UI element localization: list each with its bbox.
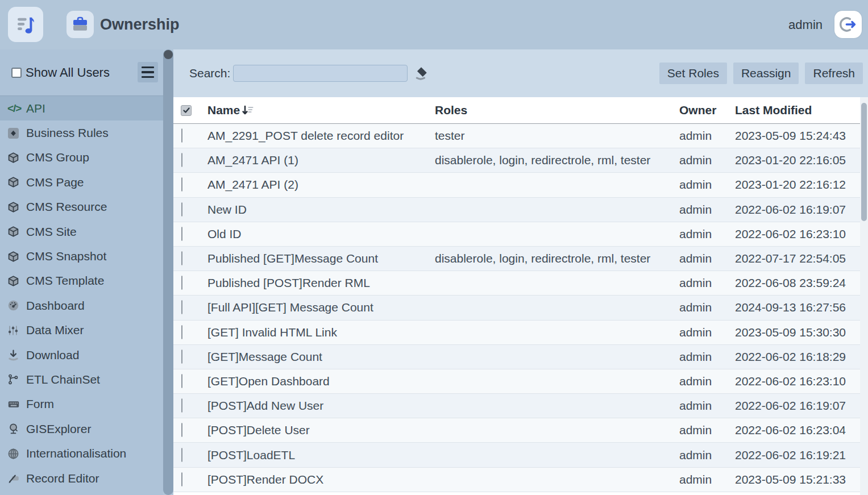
cell-owner: admin [671,399,733,413]
table-scrollbar-thumb[interactable] [861,103,867,221]
sidebar-item-label: GISExplorer [26,422,91,436]
reassign-button[interactable]: Reassign [733,63,799,84]
table-row[interactable]: [GET]Open Dashboardadmin2022-06-02 16:23… [173,369,860,394]
globe-icon [7,448,22,460]
clear-search-icon[interactable] [414,66,429,81]
row-checkbox[interactable] [181,350,182,364]
logout-button[interactable] [834,11,862,38]
cell-last-modified: 2022-06-02 16:19:07 [733,399,860,413]
row-checkbox[interactable] [181,325,182,339]
cell-name: [Full API][GET] Message Count [199,301,426,314]
row-checkbox[interactable] [181,423,182,437]
cell-owner: admin [671,423,733,437]
cell-last-modified: 2022-06-02 16:23:04 [733,423,860,437]
sidebar-item-cms-template[interactable]: CMS Template [0,269,163,293]
cell-roles: disablerole, login, redirectrole, rml, t… [426,153,671,167]
logged-in-user: admin [788,0,823,49]
table-row[interactable]: Published [POST]Render RMLadmin2022-06-0… [173,271,860,296]
page-title: Ownership [100,0,180,49]
table-scrollbar-track[interactable] [860,97,868,495]
sidebar-menu-button[interactable] [138,62,158,82]
briefcase-icon [71,15,89,34]
show-all-users-label: Show All Users [26,65,110,80]
module-briefcase-button[interactable] [67,11,94,38]
splitter-knob[interactable] [164,50,173,59]
cell-name: [GET] Invalid HTML Link [199,326,426,339]
cube-icon [7,176,22,188]
row-checkbox[interactable] [181,202,182,217]
sidebar-item-cms-snapshot[interactable]: CMS Snapshot [0,244,163,268]
cell-last-modified: 2023-05-09 15:24:43 [733,129,860,143]
sidebar-item-cms-resource[interactable]: CMS Resource [0,195,163,219]
table-row[interactable]: [Full API][GET] Message Countadmin2024-0… [173,296,860,320]
refresh-button[interactable]: Refresh [805,63,863,84]
cell-name: Published [GET]Message Count [199,252,426,265]
code-icon: </> [7,102,22,115]
column-header-name[interactable]: Name [199,103,426,117]
cell-roles: disablerole, login, redirectrole, rml, t… [426,252,671,265]
table-row[interactable]: Published [GET]Message Countdisablerole,… [173,247,860,271]
app-logo[interactable] [8,7,43,42]
cell-name: AM_2291_POST delete record editor [199,129,426,143]
select-all-checkbox[interactable] [181,105,192,116]
row-checkbox[interactable] [181,448,182,462]
sidebar-item-dashboard[interactable]: Dashboard [0,293,163,318]
sidebar-item-business-rules[interactable]: Business Rules [0,120,163,145]
row-checkbox[interactable] [181,300,182,314]
sidebar-item-cms-group[interactable]: CMS Group [0,145,163,170]
table-row[interactable]: Old IDadmin2022-06-02 16:23:10 [173,222,860,247]
row-checkbox[interactable] [181,374,182,388]
column-header-owner[interactable]: Owner [671,103,733,117]
sort-descending-icon [241,105,255,117]
table-row[interactable]: [POST]Add New Useradmin2022-06-02 16:19:… [173,394,860,418]
sidebar-item-download[interactable]: Download [0,343,163,367]
sidebar-item-data-mixer[interactable]: Data Mixer [0,318,163,343]
sidebar-item-label: CMS Snapshot [26,249,106,263]
sidebar-item-label: Business Rules [26,126,109,140]
table-row[interactable]: [GET]Message Countadmin2022-06-02 16:18:… [173,345,860,369]
show-all-users-checkbox[interactable] [11,68,22,78]
sidebar-item-form[interactable]: Form [0,392,163,417]
row-checkbox[interactable] [181,177,182,192]
row-checkbox[interactable] [181,276,182,290]
sidebar-item-label: Data Mixer [26,323,84,337]
column-header-roles[interactable]: Roles [426,103,671,117]
column-header-last-modified[interactable]: Last Modified [733,103,860,117]
search-label: Search: [189,49,230,97]
cell-name: AM_2471 API (1) [199,153,426,167]
cell-last-modified: 2022-06-02 16:23:10 [733,227,860,241]
sidebar-item-gisexplorer[interactable]: GISExplorer [0,417,163,441]
table-row[interactable]: [POST]Render DOCXadmin2023-05-09 15:21:3… [173,468,860,492]
row-checkbox[interactable] [181,153,182,167]
sidebar-item-label: ETL ChainSet [26,373,100,386]
sidebar-item-cms-page[interactable]: CMS Page [0,170,163,194]
table-row[interactable]: [POST]Delete Useradmin2022-06-02 16:23:0… [173,418,860,443]
table-row[interactable]: AM_2471 API (1)disablerole, login, redir… [173,148,860,173]
sidebar-item-label: CMS Resource [26,200,107,214]
set-roles-button[interactable]: Set Roles [659,63,727,84]
sidebar-item-api[interactable]: </>API [0,96,163,120]
row-checkbox[interactable] [181,251,182,265]
sidebar-item-internationalisation[interactable]: Internationalisation [0,441,163,465]
sidebar-item-record-editor[interactable]: Record Editor [0,466,163,490]
row-checkbox[interactable] [181,128,182,143]
cell-name: [POST]Add New User [199,399,426,413]
table-body: AM_2291_POST delete record editortestera… [173,124,860,492]
cell-last-modified: 2023-01-20 22:16:12 [733,178,860,192]
cell-owner: admin [671,473,733,486]
app-header: Ownership admin [0,0,868,49]
cube-icon [7,251,22,263]
row-checkbox[interactable] [181,472,182,486]
sidebar-scrollbar-thumb[interactable] [163,49,173,495]
table-row[interactable]: New IDadmin2022-06-02 16:19:07 [173,198,860,222]
table-row[interactable]: [GET] Invalid HTML Linkadmin2023-05-09 1… [173,321,860,345]
row-checkbox[interactable] [181,398,182,413]
table-row[interactable]: [POST]LoadETLadmin2022-06-02 16:19:21 [173,443,860,467]
sidebar-item-cms-site[interactable]: CMS Site [0,219,163,244]
table-row[interactable]: AM_2471 API (2)admin2023-01-20 22:16:12 [173,173,860,197]
table-row[interactable]: AM_2291_POST delete record editortestera… [173,124,860,148]
search-input[interactable] [233,65,408,82]
row-checkbox[interactable] [181,227,182,241]
sidebar-item-etl-chainset[interactable]: ETL ChainSet [0,367,163,392]
cell-name: [POST]Render DOCX [199,473,426,486]
